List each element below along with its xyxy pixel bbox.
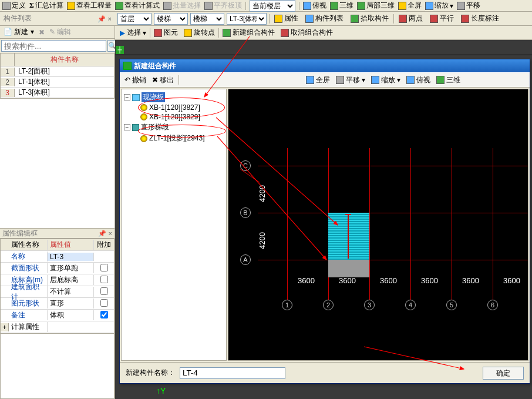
pan-icon: [457, 2, 465, 10]
tb-pan[interactable]: 平移: [457, 1, 480, 11]
prop-checkbox[interactable]: [100, 287, 108, 295]
search-input[interactable]: [1, 40, 106, 52]
close-prop-icon[interactable]: ×: [109, 230, 112, 237]
stair-element[interactable]: [328, 260, 369, 277]
axis-label: 5: [446, 300, 457, 310]
dlg-fullscreen[interactable]: 全屏: [304, 74, 332, 86]
component-combo[interactable]: LT-3[体积: [227, 13, 267, 25]
dimension-text: 3600: [298, 276, 315, 285]
prop-hdr-name: 属性名称: [9, 240, 48, 250]
gear-icon: [140, 104, 147, 111]
edit-button[interactable]: ✎ 编辑: [49, 27, 71, 37]
dimension-text: 3600: [380, 276, 397, 285]
floor-combo[interactable]: 当前楼层: [250, 0, 295, 12]
dialog-titlebar[interactable]: 新建组合构件: [120, 59, 530, 72]
dlg-pan[interactable]: 平移 ▾: [334, 74, 368, 86]
expr-icon: [115, 2, 123, 10]
new-component-button[interactable]: 📄 新建 ▾: [4, 27, 34, 37]
pin-icon[interactable]: 📌: [98, 230, 106, 237]
rotate-icon: [184, 29, 192, 37]
prop-row[interactable]: 名称 LT-3: [1, 251, 114, 263]
dimension-text: 3600: [339, 276, 356, 285]
tree-node-xb2[interactable]: XB-1[120][3829]: [123, 112, 225, 122]
prop-row[interactable]: + 计算属性: [1, 321, 114, 333]
btn-select[interactable]: ▶ 选择 ▾: [117, 27, 149, 39]
tb-view-qty[interactable]: 查看工程量: [67, 1, 112, 11]
second-toolbar-row: 构件列表 📌 × 首层 楼梯 楼梯 LT-3[体积 属性 构件列表 拾取构件 两…: [0, 12, 532, 26]
btn-rotate-point[interactable]: 旋转点: [181, 27, 217, 39]
zoom-icon: [425, 2, 433, 10]
axis-label: 1: [282, 300, 292, 310]
btn-element[interactable]: 图元: [151, 27, 180, 39]
topview-icon: [303, 2, 311, 10]
axis-label: B: [240, 207, 251, 218]
axis-label: 3: [364, 300, 375, 310]
prop-checkbox[interactable]: [100, 276, 108, 283]
tb-level-slab[interactable]: 平齐板顶: [204, 1, 242, 11]
prop-row[interactable]: 备注 体积: [1, 310, 114, 321]
subcategory-combo[interactable]: 楼梯: [190, 13, 224, 25]
btn-length-dim[interactable]: 长度标注: [459, 13, 501, 25]
tree-node-stair[interactable]: − 直形梯段: [123, 122, 225, 133]
prop-checkbox[interactable]: [100, 311, 108, 318]
tb-define[interactable]: 定义: [2, 1, 26, 11]
tb-fullscreen[interactable]: 全屏: [398, 1, 422, 11]
dlg-topview[interactable]: 俯视: [404, 74, 433, 86]
component-list-title: 构件列表 📌 ×: [0, 12, 115, 25]
btn-parallel[interactable]: 平行: [427, 13, 456, 25]
prop-row[interactable]: 图元形状 直形: [1, 298, 114, 310]
dimension-text: 3600: [462, 276, 479, 285]
tb-batch-select[interactable]: 批量选择: [163, 1, 201, 11]
new-name-input[interactable]: [180, 367, 285, 379]
table-row[interactable]: 2 LT-1[体积]: [1, 77, 114, 88]
dialog-bottom-bar: 新建构件名称： 确定: [120, 362, 530, 383]
tb-zoom[interactable]: 缩放 ▾: [425, 1, 453, 11]
dimension-text: 4200: [258, 185, 267, 202]
level-combo[interactable]: 首层: [117, 13, 151, 25]
dlg-undo[interactable]: ↶ 撤销: [122, 74, 149, 86]
axis-y-indicator: ↑Y: [156, 386, 166, 395]
tree-node-zlt[interactable]: ZLT-1[投影][2943]: [123, 133, 225, 144]
dlg-remove[interactable]: ✖ 移出: [150, 74, 176, 86]
ok-button[interactable]: 确定: [483, 367, 524, 380]
pick-icon: [351, 15, 359, 23]
tb-top-view[interactable]: 俯视: [303, 1, 326, 11]
prop-row[interactable]: 截面形状 直形单跑: [1, 263, 114, 274]
dlg-3d[interactable]: 三维: [434, 74, 463, 86]
prop-panel-title: 属性编辑框 📌 ×: [0, 228, 115, 239]
btn-new-combined[interactable]: 新建组合构件: [220, 27, 277, 39]
dialog-canvas[interactable]: A B C 1 2 3 4 5 6 3600 3600 3600 3600 36…: [228, 89, 528, 361]
list-icon: [305, 15, 314, 23]
prop-checkbox[interactable]: [100, 264, 108, 271]
tb-view-expr[interactable]: 查看计算式: [115, 1, 160, 11]
btn-component-list[interactable]: 构件列表: [303, 13, 346, 25]
table-row[interactable]: 1 LT-2[面积]: [1, 66, 114, 77]
tree-node-xb1[interactable]: XB-1[120][3827]: [123, 103, 225, 112]
btn-properties[interactable]: 属性: [272, 13, 301, 25]
background-canvas[interactable]: ┼: [115, 40, 532, 55]
tb-3d[interactable]: 三维: [330, 1, 353, 11]
dlg-zoom[interactable]: 缩放 ▾: [369, 74, 403, 86]
fullscreen-icon: [306, 76, 314, 84]
prop-row[interactable]: 建筑面积计 不计算: [1, 286, 114, 298]
prop-checkbox[interactable]: [100, 299, 108, 307]
tb-local-3d[interactable]: 局部三维: [357, 1, 395, 11]
axis-label: C: [240, 160, 251, 171]
category-combo[interactable]: 楼梯: [154, 13, 188, 25]
btn-two-points[interactable]: 两点: [396, 13, 425, 25]
cube-icon: [330, 2, 338, 10]
btn-pick-component[interactable]: 拾取构件: [348, 13, 391, 25]
pin-icon[interactable]: 📌: [97, 15, 106, 22]
slab-element[interactable]: [328, 213, 369, 260]
delete-icon[interactable]: ✖: [39, 28, 45, 36]
collapse-icon[interactable]: −: [124, 94, 130, 100]
dialog-tree[interactable]: − 现浇板 XB-1[120][3827] XB-1[120][3829] − …: [121, 89, 227, 361]
tree-node-slab[interactable]: − 现浇板: [123, 92, 225, 103]
parallel-icon: [430, 15, 438, 23]
close-panel-icon[interactable]: ×: [108, 15, 112, 22]
table-row[interactable]: 3 LT-3[体积]: [1, 88, 114, 98]
define-icon: [2, 2, 11, 10]
btn-cancel-combined[interactable]: 取消组合构件: [278, 27, 335, 39]
tb-calc[interactable]: Σ汇总计算: [29, 1, 63, 11]
collapse-icon[interactable]: −: [124, 124, 130, 130]
